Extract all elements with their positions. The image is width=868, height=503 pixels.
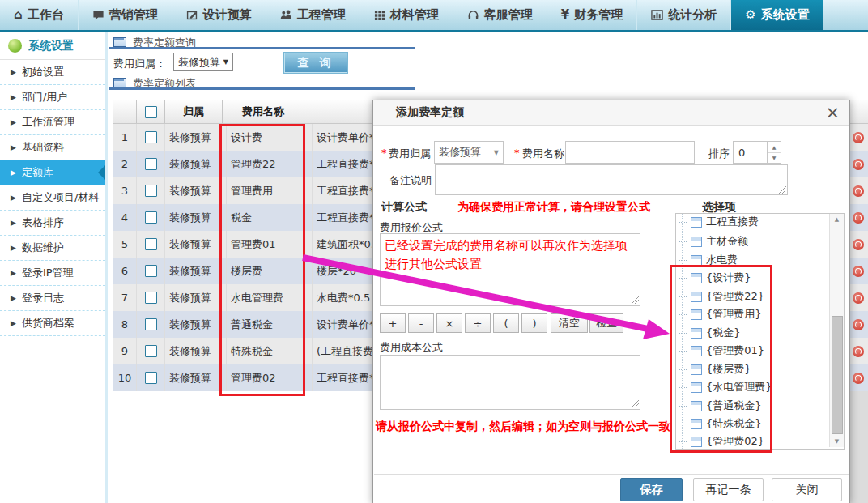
cell-fee-name: 管理费01: [227, 231, 313, 258]
nav-tab-statistics[interactable]: 统计分析: [637, 0, 731, 30]
dialog-footer-divider: [374, 474, 849, 475]
triangle-bullet-icon: ▶: [11, 219, 16, 227]
options-scrollbar[interactable]: ▲ ▼: [829, 214, 844, 447]
select-all-checkbox[interactable]: [145, 106, 157, 118]
cell-fee-name: 水电管理费: [227, 284, 313, 311]
op-open-paren-button[interactable]: (: [493, 313, 519, 333]
scroll-down-icon[interactable]: ▼: [830, 436, 844, 447]
row-delete-icon[interactable]: [853, 292, 864, 304]
option-item[interactable]: {普通税金}: [679, 398, 762, 414]
save-button[interactable]: 保存: [620, 478, 683, 501]
sidebar-item-custom-project-material[interactable]: ▶ 自定义项目/材料: [0, 185, 105, 211]
sidebar-item-initial-settings[interactable]: ▶ 初始设置: [0, 60, 105, 85]
nav-tab-marketing[interactable]: 营销管理: [79, 0, 172, 30]
cell-fee-name: 管理费22: [227, 151, 313, 177]
option-item[interactable]: 主材金额: [679, 233, 748, 249]
option-item[interactable]: {特殊税金}: [679, 416, 762, 432]
required-asterisk: *: [514, 147, 520, 159]
sidebar-item-table-sort[interactable]: ▶ 表格排序: [0, 211, 105, 236]
nav-tab-system-settings[interactable]: ⚙ 系统设置: [731, 0, 823, 30]
option-item[interactable]: {设计费}: [679, 270, 751, 286]
quote-formula-textarea[interactable]: 已经设置完成的费用名称可以再次作为选择项进行其他公式设置: [380, 233, 640, 306]
spin-up-icon[interactable]: ▲: [768, 142, 781, 153]
close-button[interactable]: 关闭: [772, 478, 842, 501]
option-item[interactable]: {管理费02}: [679, 433, 764, 450]
sidebar-item-login-ip[interactable]: ▶ 登录IP管理: [0, 261, 105, 286]
option-label: {管理费用}: [706, 307, 762, 322]
spin-down-icon[interactable]: ▼: [768, 153, 781, 164]
filter-label: 费用归属：: [113, 57, 166, 71]
option-item[interactable]: {管理费01}: [679, 343, 764, 359]
sidebar-item-login-log[interactable]: ▶ 登录日志: [0, 286, 105, 311]
query-button[interactable]: 查 询: [283, 52, 348, 74]
clear-button[interactable]: 清空: [551, 313, 588, 333]
row-checkbox[interactable]: [145, 211, 157, 224]
scroll-up-icon[interactable]: ▲: [830, 214, 844, 225]
row-delete-icon[interactable]: [853, 373, 864, 384]
cost-formula-textarea[interactable]: [380, 355, 640, 410]
cell-owner: 装修预算: [165, 284, 227, 311]
dialog-owner-select[interactable]: 装修预算 ▼: [434, 141, 504, 164]
row-checkbox[interactable]: [145, 265, 157, 277]
row-delete-icon[interactable]: [853, 346, 864, 357]
row-num: 8: [113, 311, 137, 338]
sidebar-item-departments-users[interactable]: ▶ 部门/用户: [0, 85, 105, 110]
sidebar-item-basic-data[interactable]: ▶ 基础资料: [0, 135, 105, 160]
row-checkbox[interactable]: [145, 318, 157, 330]
nav-tab-label: 营销管理: [109, 7, 158, 23]
row-delete-icon[interactable]: [853, 239, 864, 250]
nav-tab-design-budget[interactable]: 设计预算: [172, 0, 266, 30]
sidebar-item-supplier-archive[interactable]: ▶ 供货商档案: [0, 311, 105, 336]
op-divide-button[interactable]: ÷: [465, 313, 491, 333]
op-plus-button[interactable]: +: [380, 313, 406, 333]
col-header-fee-name: 费用名称: [223, 100, 304, 123]
row-delete-icon[interactable]: [853, 159, 864, 170]
nav-tab-materials[interactable]: 材料管理: [360, 0, 453, 30]
sidebar-item-quota-library[interactable]: ▶ 定额库: [0, 160, 105, 185]
option-item[interactable]: {水电管理费}: [679, 379, 772, 395]
nav-tab-label: 设计预算: [203, 7, 252, 23]
nav-tab-finance[interactable]: ¥ 财务管理: [547, 0, 637, 30]
row-delete-icon[interactable]: [853, 132, 864, 143]
fee-owner-filter-select[interactable]: 装修预算 ▼: [173, 53, 233, 71]
nav-tab-workbench[interactable]: ⌂ 工作台: [0, 0, 79, 30]
option-item[interactable]: 水电费: [679, 252, 738, 268]
close-icon[interactable]: ×: [825, 104, 840, 121]
row-checkbox[interactable]: [145, 185, 157, 197]
op-minus-button[interactable]: -: [408, 313, 434, 333]
sort-value: 0: [734, 142, 767, 163]
sidebar-item-data-maintenance[interactable]: ▶ 数据维护: [0, 236, 105, 261]
row-delete-icon[interactable]: [853, 319, 864, 330]
nav-tab-customer-service[interactable]: 客服管理: [453, 0, 547, 30]
fee-name-input[interactable]: [565, 141, 695, 164]
row-delete-icon[interactable]: [853, 212, 864, 224]
row-checkbox[interactable]: [145, 158, 157, 170]
option-item[interactable]: {管理费22}: [679, 288, 764, 305]
sort-number-input[interactable]: 0 ▲ ▼: [733, 141, 781, 164]
row-checkbox[interactable]: [145, 292, 157, 304]
triangle-bullet-icon: ▶: [11, 319, 16, 327]
op-close-paren-button[interactable]: ): [521, 313, 547, 333]
check-button[interactable]: 检查: [589, 313, 623, 333]
option-item[interactable]: {楼层费}: [679, 361, 751, 377]
option-item[interactable]: {税金}: [679, 325, 741, 341]
nav-tab-engineering[interactable]: 工程管理: [266, 0, 360, 30]
option-item[interactable]: 工程直接费: [679, 214, 759, 230]
sidebar-item-label: 登录IP管理: [22, 266, 74, 280]
op-multiply-button[interactable]: ×: [436, 313, 462, 333]
remark-textarea[interactable]: [435, 164, 788, 195]
option-item[interactable]: {管理费用}: [679, 306, 762, 322]
add-rate-quota-dialog: 添加费率定额 × * 费用归属 装修预算 ▼ * 费用名称 排序 0 ▲ ▼ 备…: [372, 100, 850, 503]
row-checkbox[interactable]: [145, 131, 157, 143]
triangle-bullet-icon: ▶: [11, 118, 16, 126]
row-checkbox[interactable]: [145, 345, 157, 357]
row-checkbox[interactable]: [145, 238, 157, 250]
row-checkbox[interactable]: [145, 372, 157, 384]
sidebar-item-workflow[interactable]: ▶ 工作流管理: [0, 110, 105, 135]
row-delete-icon[interactable]: [853, 185, 864, 197]
triangle-bullet-icon: ▶: [11, 194, 16, 202]
scrollbar-thumb[interactable]: [832, 316, 843, 434]
row-delete-icon[interactable]: [853, 266, 864, 277]
triangle-bullet-icon: ▶: [11, 294, 16, 302]
add-another-button[interactable]: 再记一条: [693, 478, 764, 501]
